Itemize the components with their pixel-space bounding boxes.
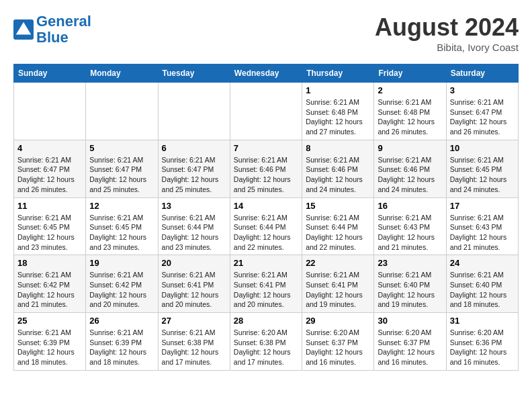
logo-text: General Blue [36, 13, 91, 46]
calendar-cell: 12Sunrise: 6:21 AMSunset: 6:45 PMDayligh… [86, 197, 158, 255]
day-number: 6 [162, 143, 226, 153]
calendar-cell: 21Sunrise: 6:21 AMSunset: 6:41 PMDayligh… [230, 255, 302, 313]
calendar-cell: 27Sunrise: 6:21 AMSunset: 6:38 PMDayligh… [158, 313, 230, 371]
day-number: 5 [89, 143, 154, 153]
header-row: SundayMondayTuesdayWednesdayThursdayFrid… [14, 64, 519, 83]
day-number: 25 [17, 316, 82, 326]
calendar-cell: 15Sunrise: 6:21 AMSunset: 6:44 PMDayligh… [302, 197, 374, 255]
calendar-cell: 25Sunrise: 6:21 AMSunset: 6:39 PMDayligh… [14, 313, 86, 371]
location: Bibita, Ivory Coast [375, 42, 519, 53]
title-block: August 2024 Bibita, Ivory Coast [375, 13, 519, 53]
day-number: 16 [378, 201, 442, 211]
day-info: Sunrise: 6:21 AMSunset: 6:46 PMDaylight:… [378, 155, 442, 195]
calendar-week-1: 1Sunrise: 6:21 AMSunset: 6:48 PMDaylight… [14, 83, 519, 140]
calendar-cell: 17Sunrise: 6:21 AMSunset: 6:43 PMDayligh… [446, 197, 518, 255]
day-number: 7 [234, 143, 298, 153]
day-info: Sunrise: 6:21 AMSunset: 6:45 PMDaylight:… [450, 155, 515, 195]
header-cell-wednesday: Wednesday [230, 64, 302, 83]
day-info: Sunrise: 6:21 AMSunset: 6:47 PMDaylight:… [17, 155, 82, 195]
day-info: Sunrise: 6:21 AMSunset: 6:45 PMDaylight:… [89, 213, 154, 253]
day-info: Sunrise: 6:20 AMSunset: 6:38 PMDaylight:… [234, 328, 298, 367]
day-info: Sunrise: 6:21 AMSunset: 6:47 PMDaylight:… [450, 97, 515, 137]
calendar-cell [86, 83, 158, 140]
calendar-cell: 16Sunrise: 6:21 AMSunset: 6:43 PMDayligh… [374, 197, 446, 255]
calendar-week-3: 11Sunrise: 6:21 AMSunset: 6:45 PMDayligh… [14, 197, 519, 255]
calendar-cell: 2Sunrise: 6:21 AMSunset: 6:48 PMDaylight… [374, 83, 446, 140]
logo-icon [13, 19, 34, 40]
day-info: Sunrise: 6:21 AMSunset: 6:43 PMDaylight:… [450, 213, 515, 253]
calendar-cell: 4Sunrise: 6:21 AMSunset: 6:47 PMDaylight… [14, 140, 86, 197]
day-info: Sunrise: 6:21 AMSunset: 6:38 PMDaylight:… [162, 328, 226, 367]
calendar-cell: 18Sunrise: 6:21 AMSunset: 6:42 PMDayligh… [14, 255, 86, 313]
day-number: 30 [378, 316, 442, 326]
day-info: Sunrise: 6:21 AMSunset: 6:41 PMDaylight:… [162, 270, 226, 310]
day-number: 24 [450, 258, 515, 268]
day-number: 26 [89, 316, 154, 326]
day-info: Sunrise: 6:21 AMSunset: 6:40 PMDaylight:… [450, 270, 515, 310]
calendar-cell: 8Sunrise: 6:21 AMSunset: 6:46 PMDaylight… [302, 140, 374, 197]
header-cell-monday: Monday [86, 64, 158, 83]
calendar-cell: 14Sunrise: 6:21 AMSunset: 6:44 PMDayligh… [230, 197, 302, 255]
calendar-cell: 22Sunrise: 6:21 AMSunset: 6:41 PMDayligh… [302, 255, 374, 313]
day-info: Sunrise: 6:21 AMSunset: 6:48 PMDaylight:… [306, 97, 370, 137]
calendar-cell: 1Sunrise: 6:21 AMSunset: 6:48 PMDaylight… [302, 83, 374, 140]
day-info: Sunrise: 6:21 AMSunset: 6:41 PMDaylight:… [306, 270, 370, 310]
calendar-table: SundayMondayTuesdayWednesdayThursdayFrid… [13, 64, 519, 371]
day-info: Sunrise: 6:21 AMSunset: 6:41 PMDaylight:… [234, 270, 298, 310]
header-cell-friday: Friday [374, 64, 446, 83]
day-info: Sunrise: 6:21 AMSunset: 6:44 PMDaylight:… [234, 213, 298, 253]
day-number: 14 [234, 201, 298, 211]
day-number: 15 [306, 201, 370, 211]
day-number: 10 [450, 143, 515, 153]
calendar-cell: 13Sunrise: 6:21 AMSunset: 6:44 PMDayligh… [158, 197, 230, 255]
day-number: 8 [306, 143, 370, 153]
day-info: Sunrise: 6:20 AMSunset: 6:36 PMDaylight:… [450, 328, 515, 367]
day-info: Sunrise: 6:20 AMSunset: 6:37 PMDaylight:… [306, 328, 370, 367]
calendar-week-4: 18Sunrise: 6:21 AMSunset: 6:42 PMDayligh… [14, 255, 519, 313]
day-number: 17 [450, 201, 515, 211]
header-cell-sunday: Sunday [14, 64, 86, 83]
month-year: August 2024 [375, 13, 519, 42]
calendar-cell: 9Sunrise: 6:21 AMSunset: 6:46 PMDaylight… [374, 140, 446, 197]
day-info: Sunrise: 6:21 AMSunset: 6:44 PMDaylight:… [162, 213, 226, 253]
day-number: 20 [162, 258, 226, 268]
calendar-cell: 24Sunrise: 6:21 AMSunset: 6:40 PMDayligh… [446, 255, 518, 313]
day-number: 22 [306, 258, 370, 268]
calendar-cell: 3Sunrise: 6:21 AMSunset: 6:47 PMDaylight… [446, 83, 518, 140]
day-number: 11 [17, 201, 82, 211]
day-number: 4 [17, 143, 82, 153]
calendar-cell [230, 83, 302, 140]
calendar-cell: 6Sunrise: 6:21 AMSunset: 6:47 PMDaylight… [158, 140, 230, 197]
day-number: 21 [234, 258, 298, 268]
calendar-cell: 23Sunrise: 6:21 AMSunset: 6:40 PMDayligh… [374, 255, 446, 313]
header-cell-tuesday: Tuesday [158, 64, 230, 83]
day-info: Sunrise: 6:21 AMSunset: 6:47 PMDaylight:… [89, 155, 154, 195]
calendar-cell: 28Sunrise: 6:20 AMSunset: 6:38 PMDayligh… [230, 313, 302, 371]
day-info: Sunrise: 6:21 AMSunset: 6:45 PMDaylight:… [17, 213, 82, 253]
calendar-cell: 26Sunrise: 6:21 AMSunset: 6:39 PMDayligh… [86, 313, 158, 371]
day-info: Sunrise: 6:21 AMSunset: 6:40 PMDaylight:… [378, 270, 442, 310]
day-info: Sunrise: 6:21 AMSunset: 6:39 PMDaylight:… [89, 328, 154, 367]
calendar-cell: 10Sunrise: 6:21 AMSunset: 6:45 PMDayligh… [446, 140, 518, 197]
day-info: Sunrise: 6:20 AMSunset: 6:37 PMDaylight:… [378, 328, 442, 367]
day-info: Sunrise: 6:21 AMSunset: 6:46 PMDaylight:… [306, 155, 370, 195]
day-number: 1 [306, 85, 370, 95]
header-cell-thursday: Thursday [302, 64, 374, 83]
calendar-cell: 7Sunrise: 6:21 AMSunset: 6:46 PMDaylight… [230, 140, 302, 197]
calendar-cell: 20Sunrise: 6:21 AMSunset: 6:41 PMDayligh… [158, 255, 230, 313]
calendar-cell: 5Sunrise: 6:21 AMSunset: 6:47 PMDaylight… [86, 140, 158, 197]
calendar-cell: 29Sunrise: 6:20 AMSunset: 6:37 PMDayligh… [302, 313, 374, 371]
day-number: 3 [450, 85, 515, 95]
calendar-week-2: 4Sunrise: 6:21 AMSunset: 6:47 PMDaylight… [14, 140, 519, 197]
day-info: Sunrise: 6:21 AMSunset: 6:44 PMDaylight:… [306, 213, 370, 253]
calendar-cell [14, 83, 86, 140]
logo: General Blue [13, 13, 91, 46]
day-number: 31 [450, 316, 515, 326]
day-info: Sunrise: 6:21 AMSunset: 6:48 PMDaylight:… [378, 97, 442, 137]
day-info: Sunrise: 6:21 AMSunset: 6:43 PMDaylight:… [378, 213, 442, 253]
calendar-week-5: 25Sunrise: 6:21 AMSunset: 6:39 PMDayligh… [14, 313, 519, 371]
calendar-cell: 19Sunrise: 6:21 AMSunset: 6:42 PMDayligh… [86, 255, 158, 313]
day-info: Sunrise: 6:21 AMSunset: 6:47 PMDaylight:… [162, 155, 226, 195]
day-info: Sunrise: 6:21 AMSunset: 6:42 PMDaylight:… [89, 270, 154, 310]
calendar-cell: 30Sunrise: 6:20 AMSunset: 6:37 PMDayligh… [374, 313, 446, 371]
